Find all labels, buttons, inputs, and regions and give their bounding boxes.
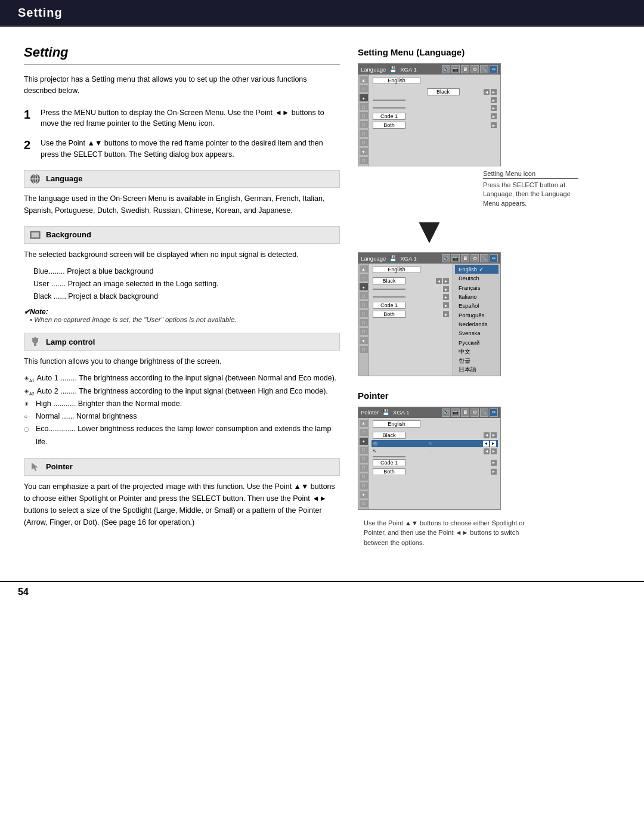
lang-english[interactable]: English ✓	[455, 265, 499, 274]
menu3-icon-4: ⚙	[470, 408, 479, 417]
language-icon	[29, 173, 41, 185]
background-user: User ....... Project an image selected i…	[33, 278, 340, 290]
menu2-ar2[interactable]: ►	[443, 286, 449, 292]
step-2-text: Use the Point ▲▼ buttons to move the red…	[41, 138, 340, 160]
menu3-code-value: Code 1	[373, 459, 405, 466]
menu2-row3: ►	[371, 286, 450, 293]
menu2-icon-active: ✏	[490, 254, 498, 262]
lamp-body: This function allows you to change brigh…	[24, 355, 340, 367]
pointer-menu-wrapper: Pointer 💾 XGA 1 🔊 📷 🖥 ⚙ 🔧 ✏	[358, 407, 578, 513]
menu3-sb-up: ▲	[360, 420, 368, 427]
menu3-body: ▲ ☞ ● □ □ □ □ □ ▼ □	[358, 418, 500, 509]
menu1-black-row: Black ◄ ►	[371, 88, 498, 96]
language-dropdown: English ✓ Deutsch Français Italiano Espa…	[453, 264, 500, 376]
intro-text: This projector has a Setting menu that a…	[24, 74, 340, 97]
menu2-arrow-left[interactable]: ◄	[436, 278, 442, 284]
arrow-right-5[interactable]: ►	[491, 122, 497, 128]
spotlight-circle: ○	[429, 441, 432, 446]
menu1-icon-3: 🖥	[461, 65, 469, 73]
arrow-right-3[interactable]: ►	[491, 105, 497, 111]
menu2-sidebar-sq4: □	[360, 319, 368, 326]
menu2-both-row: Both ►	[371, 310, 450, 318]
menu1-code-value: Code 1	[373, 113, 405, 120]
menu2-arrow-right[interactable]: ►	[443, 278, 449, 284]
menu2-ar4[interactable]: ►	[443, 302, 449, 308]
menu2-code-row: Code 1 ►	[371, 301, 450, 309]
menu3-icon-active: ✏	[490, 408, 498, 417]
menu-ui-2: Language 💾 XGA 1 🔊 📷 🖥 ⚙ 🔧 ✏	[358, 252, 501, 376]
menu3-sb-2: □	[360, 456, 368, 463]
svg-line-9	[38, 338, 39, 339]
menu2-both-value: Both	[373, 311, 405, 318]
lang-japanese[interactable]: 日本語	[455, 365, 499, 374]
lang-italiano[interactable]: Italiano	[455, 292, 499, 301]
menu3-sb-5: □	[360, 482, 368, 490]
callout-icon-line: Setting Menu icon	[483, 170, 578, 179]
menu3-ptr-al[interactable]: ◄	[484, 448, 490, 454]
step-1: 1 Press the MENU button to display the O…	[24, 107, 340, 130]
arrow-right-1[interactable]: ►	[491, 89, 497, 95]
menu3-both-row: Both ►	[371, 467, 498, 476]
menu3-sb-3: □	[360, 465, 368, 472]
lang-francais[interactable]: Français	[455, 283, 499, 292]
menu-ui-3: Pointer 💾 XGA 1 🔊 📷 🖥 ⚙ 🔧 ✏	[358, 407, 501, 510]
menu3-al[interactable]: ◄	[484, 432, 490, 438]
pointer-dot: ·	[429, 448, 431, 454]
lamp-list: ☀A1 Auto 1 ........ The brightness accor…	[24, 372, 340, 448]
sidebar-active: ●	[360, 94, 368, 101]
menu1-row4: ►	[371, 104, 498, 112]
page-footer: 54	[0, 581, 644, 602]
menu3-xga-label: XGA 1	[393, 409, 409, 416]
lamp-auto1: ☀A1 Auto 1 ........ The brightness accor…	[24, 372, 340, 385]
menu3-spot-al[interactable]: ◄	[483, 441, 489, 447]
menu2-sidebar: ▲ ☞ ● □ □ □ □ □ ▼ □	[358, 264, 369, 376]
menu1-icon-4: ⚙	[470, 65, 479, 73]
menu1-both-value: Both	[373, 122, 405, 129]
sidebar-sq1: □	[360, 103, 368, 110]
arrow-right-4[interactable]: ►	[491, 113, 497, 119]
menu1-icon-2: 📷	[451, 65, 460, 73]
big-arrow-icon: ▼	[358, 213, 501, 249]
sidebar-sq3: □	[360, 121, 368, 128]
menu3-spot-ar[interactable]: ►	[490, 441, 496, 447]
menu3-spotlight-row: ◎ ○ ◄ ►	[371, 440, 498, 447]
lang-deutsch[interactable]: Deutsch	[455, 274, 499, 283]
menu1-lang-label: Language	[361, 66, 386, 73]
page-number: 54	[18, 587, 29, 597]
lang-russian[interactable]: Русский	[455, 338, 499, 347]
menu3-ptr-ar[interactable]: ►	[491, 448, 497, 454]
menu3-sb-hand: ☞	[360, 429, 368, 436]
background-body: The selected background screen will be d…	[24, 249, 340, 261]
menu2-row4: ►	[371, 293, 450, 301]
menu3-sidebar: ▲ ☞ ● □ □ □ □ □ ▼ □	[358, 418, 369, 509]
menu2-icon-5: 🔧	[480, 254, 488, 262]
menu2-body: ▲ ☞ ● □ □ □ □ □ ▼ □ English	[358, 264, 500, 376]
menu2-ar5[interactable]: ►	[443, 311, 449, 317]
menu3-icon-1: 🔊	[442, 408, 450, 417]
lamp-auto1-icon: ☀A1	[24, 372, 35, 385]
menu2-ar3[interactable]: ►	[443, 294, 449, 300]
menu3-icon-5: 🔧	[480, 408, 488, 417]
menu-titlebar-1: Language 💾 XGA 1 🔊 📷 🖥 ⚙ 🔧 ✏	[358, 64, 500, 75]
menu3-pointer-label: Pointer	[361, 409, 379, 416]
lang-chinese[interactable]: 中文	[455, 347, 499, 356]
arrow-right-2[interactable]: ►	[491, 97, 497, 103]
lang-portugues[interactable]: Português	[455, 311, 499, 320]
lang-korean[interactable]: 한글	[455, 356, 499, 365]
lang-svenska[interactable]: Svenska	[455, 329, 499, 337]
menu3-ar[interactable]: ►	[491, 432, 497, 438]
page-title: Setting	[24, 45, 340, 64]
menu3-sb-6: □	[360, 500, 368, 507]
menu3-both-ar[interactable]: ►	[491, 469, 497, 475]
menu2-black-row: Black ◄ ►	[371, 277, 450, 285]
menu1-xga-label: XGA 1	[400, 66, 416, 73]
lang-nederlands[interactable]: Nederlands	[455, 320, 499, 329]
lamp-icon	[29, 336, 41, 348]
background-title: Background	[46, 230, 91, 239]
lang-espanol[interactable]: Español	[455, 301, 499, 310]
menu1-icon-5: 🔧	[480, 65, 488, 73]
lamp-normal-icon: ○	[24, 410, 33, 422]
arrow-left-1[interactable]: ◄	[484, 89, 490, 95]
menu2-titlebar: Language 💾 XGA 1 🔊 📷 🖥 ⚙ 🔧 ✏	[358, 253, 500, 264]
menu3-code-ar[interactable]: ►	[491, 460, 497, 466]
